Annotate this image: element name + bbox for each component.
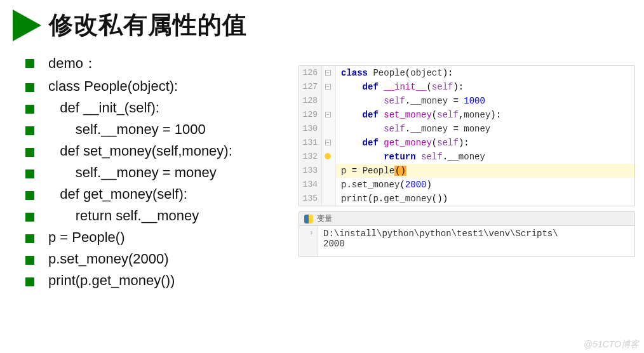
code-line: 135 print(p.get_money()) <box>299 192 634 206</box>
bullet-text: p = People() <box>48 229 124 246</box>
bullet-text: def __init_(self): <box>48 100 159 116</box>
code-line: 127 − def __init__(self): <box>299 80 634 94</box>
line-number: 128 <box>299 94 322 108</box>
bullet-square-icon <box>25 191 34 200</box>
bullet-square-icon <box>25 59 34 68</box>
list-item: p.set_money(2000) <box>25 251 292 267</box>
list-item: demo： <box>25 54 292 73</box>
code-text: def set_money(self,money): <box>336 108 501 122</box>
line-number: 131 <box>299 136 322 150</box>
line-number: 130 <box>299 122 322 136</box>
code-line: 134 p.set_money(2000) <box>299 178 634 192</box>
code-text: self.__money = 1000 <box>336 94 485 108</box>
arrow-icon: › <box>299 229 314 237</box>
output-value: 2000 <box>323 239 558 249</box>
line-number: 135 <box>299 192 322 206</box>
line-number: 133 <box>299 164 322 178</box>
code-line: 132 return self.__money <box>299 150 634 164</box>
gutter[interactable] <box>322 192 336 206</box>
gutter[interactable]: − <box>322 136 336 150</box>
bullet-text: def set_money(self,money): <box>48 143 232 159</box>
list-item: return self.__money <box>25 208 292 224</box>
bullet-text: def get_money(self): <box>48 186 187 203</box>
line-number: 134 <box>299 178 322 192</box>
gutter[interactable] <box>322 150 336 164</box>
code-line-highlighted: 133 p = People() <box>299 164 634 178</box>
bullet-square-icon <box>25 170 34 178</box>
terminal-gutter: › <box>299 226 318 256</box>
gutter[interactable] <box>322 94 336 108</box>
list-item: print(p.get_money()) <box>25 272 292 289</box>
output-path: D:\install\python\python\test1\venv\Scri… <box>323 229 558 239</box>
watermark: @51CTO博客 <box>584 339 639 350</box>
code-line: 126 − class People(object): <box>299 66 634 80</box>
collapse-icon[interactable]: − <box>325 70 331 76</box>
list-item: def set_money(self,money): <box>25 143 292 159</box>
bullet-square-icon <box>25 105 34 114</box>
code-editor: 126 − class People(object): 127 − def __… <box>299 65 635 206</box>
bullet-square-icon <box>25 83 34 92</box>
gutter[interactable]: − <box>322 66 336 80</box>
code-text: self.__money = money <box>336 122 490 136</box>
bullet-square-icon <box>25 277 34 286</box>
gutter[interactable]: − <box>322 80 336 94</box>
gutter[interactable] <box>322 122 336 136</box>
bullet-text: class People(object): <box>48 78 178 95</box>
terminal-output: D:\install\python\python\test1\venv\Scri… <box>318 226 563 256</box>
bulb-icon[interactable] <box>325 153 331 159</box>
code-text: return self.__money <box>336 150 485 164</box>
list-item: p = People() <box>25 229 292 246</box>
code-text: def __init__(self): <box>336 80 464 94</box>
code-text: p = People() <box>336 164 406 178</box>
line-number: 127 <box>299 80 322 94</box>
code-line: 128 self.__money = 1000 <box>299 94 634 108</box>
code-line: 129 − def set_money(self,money): <box>299 108 634 122</box>
code-line: 131 − def get_money(self): <box>299 136 634 150</box>
bullet-square-icon <box>25 148 34 157</box>
bullet-text: demo： <box>48 54 97 73</box>
bullet-square-icon <box>25 213 34 222</box>
output-tab[interactable]: 变量 <box>299 212 634 226</box>
tab-label: 变量 <box>317 213 332 224</box>
page-title: 修改私有属性的值 <box>49 9 247 41</box>
bullet-square-icon <box>25 234 34 243</box>
output-panel: 变量 › D:\install\python\python\test1\venv… <box>299 211 635 257</box>
bullet-text: print(p.get_money()) <box>48 272 175 289</box>
collapse-icon[interactable]: − <box>325 140 331 145</box>
bullet-square-icon <box>25 256 34 265</box>
list-item: self.__money = money <box>25 164 292 181</box>
collapse-icon[interactable]: − <box>325 112 331 117</box>
gutter[interactable] <box>322 178 336 192</box>
bullet-text: self.__money = money <box>48 164 217 181</box>
list-item: self.__money = 1000 <box>25 121 292 138</box>
bullet-text: return self.__money <box>48 208 199 224</box>
collapse-icon[interactable]: − <box>325 84 331 90</box>
line-number: 129 <box>299 108 322 122</box>
bullet-text: p.set_money(2000) <box>48 251 169 267</box>
bullet-text: self.__money = 1000 <box>48 121 206 138</box>
gutter[interactable]: − <box>322 108 336 122</box>
title-triangle-icon <box>13 10 41 41</box>
gutter[interactable] <box>322 164 336 178</box>
code-text: p.set_money(2000) <box>336 178 432 192</box>
code-line: 130 self.__money = money <box>299 122 634 136</box>
list-item: def get_money(self): <box>25 186 292 203</box>
line-number: 126 <box>299 66 322 80</box>
line-number: 132 <box>299 150 322 164</box>
code-text: def get_money(self): <box>336 136 469 150</box>
code-text: print(p.get_money()) <box>336 192 448 206</box>
list-item: def __init_(self): <box>25 100 292 116</box>
bullet-square-icon <box>25 126 34 135</box>
bullet-list: demo： class People(object): def __init_(… <box>25 54 292 294</box>
python-icon <box>304 215 313 223</box>
list-item: class People(object): <box>25 78 292 95</box>
code-text: class People(object): <box>336 66 453 80</box>
